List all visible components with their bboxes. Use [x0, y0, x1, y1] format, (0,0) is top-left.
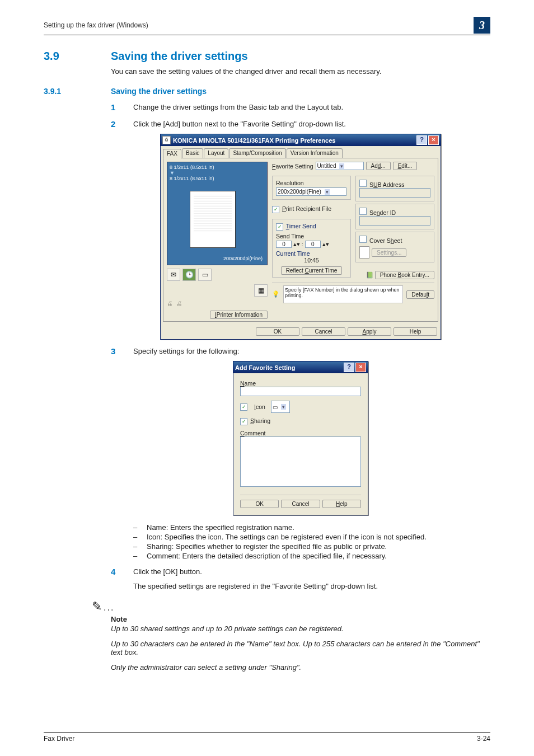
dash-icon: –: [133, 542, 141, 551]
favorite-setting-combo[interactable]: Untitled: [316, 162, 364, 170]
note-3: Only the administrator can select a sett…: [111, 663, 490, 672]
dash-icon: –: [133, 523, 141, 532]
sharing-checkbox[interactable]: ✓: [240, 418, 247, 425]
tab-version[interactable]: Version Information: [287, 148, 343, 158]
sender-id-input: [359, 216, 430, 226]
resolution-label: Resolution: [276, 180, 347, 186]
cover-settings-button[interactable]: Settings...: [372, 248, 406, 257]
cover-sheet-checkbox[interactable]: [359, 236, 367, 243]
sub-address-label: SUB Address: [369, 181, 404, 188]
subsection-number: 3.9.1: [44, 87, 111, 96]
tab-layout[interactable]: Layout: [204, 148, 228, 158]
bullet-name: Name: Enters the specified registration …: [147, 523, 294, 532]
toolbar-icon-1[interactable]: ✉: [167, 269, 180, 281]
tab-basic[interactable]: Basic: [182, 148, 203, 158]
sub-address-checkbox[interactable]: [359, 180, 367, 187]
dash-icon: –: [133, 552, 141, 560]
note-2: Up to 30 characters can be entered in th…: [111, 640, 490, 656]
toolbar-icon-5: 🖨: [167, 300, 173, 307]
dialog-title: KONICA MINOLTA 501/421/361FAX Printing P…: [173, 137, 335, 144]
toolbar-icon-6: 🖨: [176, 300, 182, 307]
tab-stamp[interactable]: Stamp/Composition: [229, 148, 285, 158]
help-button[interactable]: ?: [416, 135, 427, 145]
comment-label: Comment: [240, 430, 361, 436]
name-input[interactable]: [240, 387, 361, 396]
favorite-setting-label: Favorite Setting: [272, 163, 313, 170]
timer-send-label: Timer Send: [286, 223, 316, 229]
minute-spinner[interactable]: 0: [305, 241, 321, 248]
footer-left: Fax Driver: [44, 735, 74, 743]
ok-button[interactable]: OK: [256, 327, 299, 336]
icon-combo[interactable]: ▭: [271, 401, 290, 413]
hint-text: Specify [FAX Number] in the dialog shown…: [283, 285, 403, 303]
section-title: Saving the driver settings: [111, 50, 248, 63]
cancel-button[interactable]: Cancel: [302, 327, 345, 336]
timer-send-checkbox[interactable]: ✓: [276, 223, 283, 231]
add-favorite-dialog: Add Favorite Setting ? × Name Name ✓ Ico…: [233, 361, 368, 515]
dialog2-cancel-button[interactable]: Cancel: [281, 500, 320, 508]
bullet-comment: Comment: Enters the detailed description…: [147, 552, 387, 560]
section-intro: You can save the setting values of the c…: [111, 67, 490, 76]
add-button[interactable]: Add...: [366, 162, 391, 170]
page-preview: 8 1/2x11 (8.5x11 in) ▼ 8 1/2x11 (8.5x11 …: [167, 162, 268, 265]
printing-prefs-dialog: ⎙ KONICA MINOLTA 501/421/361FAX Printing…: [160, 134, 441, 340]
section-number: 3.9: [44, 50, 111, 63]
current-time-label: Current Time: [276, 250, 347, 257]
current-time-value: 10:45: [276, 257, 347, 264]
step-3-number: 3: [111, 346, 133, 356]
icon-checkbox[interactable]: ✓: [240, 403, 247, 411]
footer-right: 3-24: [477, 735, 490, 743]
note-label: Note: [111, 615, 490, 623]
printer-info-button[interactable]: IPrinter InformationPrinter Information: [210, 311, 268, 319]
resolution-combo[interactable]: 200x200dpi(Fine): [276, 187, 346, 196]
tab-fax[interactable]: FAX: [163, 149, 181, 158]
sender-id-checkbox[interactable]: [359, 208, 367, 215]
phone-book-icon: 📗: [366, 271, 373, 279]
comment-textarea[interactable]: [240, 436, 361, 487]
print-recipient-label: Print Recipient File: [282, 205, 331, 212]
bullet-icon: Icon: Specifies the icon. The settings c…: [147, 533, 427, 541]
note-icon: ✎...: [92, 599, 490, 614]
bullet-sharing: Sharing: Specifies whether to register t…: [147, 542, 387, 551]
preview-size-1: 8 1/2x11 (8.5x11 in): [170, 165, 265, 170]
dialog2-close-button[interactable]: ×: [355, 363, 366, 372]
subsection-title: Saving the driver settings: [111, 87, 207, 96]
sub-address-input: [359, 188, 430, 198]
default-button[interactable]: Default: [406, 290, 434, 299]
step-1-text: Change the driver settings from the Basi…: [133, 102, 343, 112]
hint-bulb-icon: 💡: [272, 290, 280, 298]
close-button[interactable]: ×: [428, 135, 439, 145]
toolbar-icon-3[interactable]: ▭: [198, 269, 212, 281]
name-label: Name: [240, 380, 361, 387]
dialog2-help-button[interactable]: Help: [322, 500, 361, 508]
cover-sheet-thumb-icon: [359, 246, 369, 259]
preview-size-2: 8 1/2x11 (8.5x11 in): [170, 176, 265, 181]
toolbar-icon-2[interactable]: 🕒: [182, 269, 196, 281]
preview-dpi: 200x200dpi(Fine): [223, 256, 263, 261]
edit-button[interactable]: Edit...: [393, 162, 418, 170]
step-3-text: Specify settings for the following:: [133, 346, 239, 356]
dialog-app-icon: ⎙: [162, 136, 171, 144]
reflect-current-time-button[interactable]: Reflect Current Time: [281, 266, 343, 275]
step-4-number: 4: [111, 567, 133, 591]
help-button-2[interactable]: Help: [394, 327, 437, 336]
print-recipient-checkbox[interactable]: ✓: [272, 206, 279, 213]
dialog2-ok-button[interactable]: OK: [240, 500, 279, 508]
toolbar-icon-4[interactable]: ▦: [254, 284, 268, 297]
phone-book-button[interactable]: Phone Book Entry...: [375, 271, 434, 279]
sharing-label: Sharing: [250, 417, 270, 424]
dialog2-title: Add Favorite Setting: [235, 364, 296, 371]
step-4-result: The specified settings are registered in…: [133, 581, 378, 591]
sender-id-label: Sender ID: [369, 209, 396, 216]
step-4-text: Click the [OK] button.: [133, 567, 378, 577]
apply-button[interactable]: Apply: [348, 327, 391, 336]
breadcrumb: Setting up the fax driver (Windows): [44, 21, 148, 29]
dialog2-help-button[interactable]: ?: [344, 363, 354, 372]
dash-icon: –: [133, 533, 141, 541]
icon-label: Icon: [254, 403, 265, 410]
step-2-number: 2: [111, 119, 133, 129]
note-1: Up to 30 shared settings and up to 20 pr…: [111, 624, 490, 633]
hour-spinner[interactable]: 0: [276, 241, 292, 248]
cover-sheet-label: Cover Sheet: [369, 237, 402, 244]
send-time-label: Send Time: [276, 233, 347, 240]
